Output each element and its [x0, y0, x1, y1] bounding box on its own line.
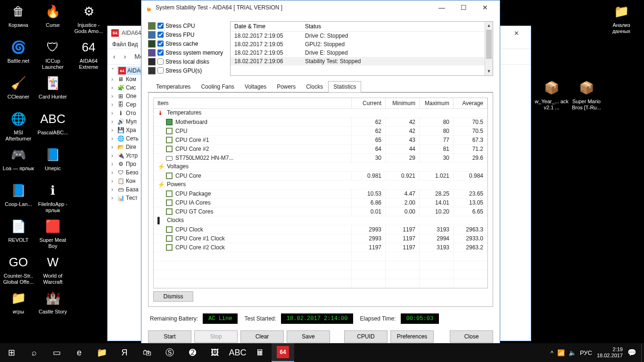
desktop-icon[interactable]: 🌐MSI Afterburner: [1, 109, 35, 142]
taskbar-app[interactable]: ▭: [45, 343, 68, 362]
taskbar-app[interactable]: 64: [272, 343, 294, 362]
stats-row[interactable]: CPU GT Cores0.010.0010.206.65: [154, 207, 487, 216]
taskbar-app[interactable]: 📁: [91, 343, 113, 362]
stats-group[interactable]: 🌡Temperatures: [154, 109, 487, 118]
desktop-icon[interactable]: 🎮Loa — ярлык: [1, 145, 35, 172]
stats-header[interactable]: Current: [352, 98, 386, 109]
stress-option[interactable]: Stress cache: [148, 39, 226, 48]
tab-clocks[interactable]: Clocks: [301, 81, 328, 92]
log-row[interactable]: 18.02.2017 2:19:05Drive C: Stopped: [231, 32, 493, 41]
taskbar-app[interactable]: e: [68, 343, 91, 362]
stress-option[interactable]: Stress CPU: [148, 21, 226, 30]
taskbar-app[interactable]: 🛍: [136, 343, 158, 362]
show-desktop-button[interactable]: [641, 343, 644, 362]
stats-row[interactable]: ST750LM022 HN-M7...30293029.6: [154, 154, 487, 163]
stats-group[interactable]: ⚡Powers: [154, 181, 487, 189]
stats-row[interactable]: CPU IA Cores6.862.0014.0113.05: [154, 198, 487, 207]
bg-toolbar-button[interactable]: ›: [121, 51, 129, 62]
taskbar-app[interactable]: ➋: [181, 343, 204, 362]
tray-icon[interactable]: ^: [551, 349, 553, 356]
cpuid-button[interactable]: CPUID: [344, 330, 388, 343]
desktop-icon[interactable]: 🟥Super Meat Boy: [36, 217, 70, 249]
log-header[interactable]: Status: [301, 22, 493, 32]
stats-row[interactable]: CPU Package10.534.4728.2523.65: [154, 189, 487, 198]
desktop-icon[interactable]: GOCounter-Str.. Global Offe...: [1, 253, 35, 285]
tab-cooling-fans[interactable]: Cooling Fans: [196, 81, 239, 92]
taskbar-app[interactable]: ⊞: [0, 343, 23, 362]
log-scrollbar[interactable]: ▲ ▼: [485, 22, 493, 75]
taskbar[interactable]: ⊞⌕▭e📁Я🛍Ⓢ➋🖼ABC🖩64 ^📶🔈РУС 2:19 18.02.2017 …: [0, 343, 644, 362]
stats-header[interactable]: Average: [454, 98, 487, 109]
taskbar-app[interactable]: Я: [113, 343, 136, 362]
desktop-icon[interactable]: 📁Анализ данных: [604, 2, 638, 34]
desktop-icon[interactable]: 🛡ICCup Launcher: [36, 38, 70, 70]
log-row[interactable]: 18.02.2017 2:19:06Stability Test: Stoppe…: [231, 57, 493, 66]
tray-icon[interactable]: 🔈: [569, 349, 576, 356]
desktop-icon[interactable]: 🃏Card Hunter: [36, 74, 70, 100]
stress-checkbox[interactable]: [157, 49, 164, 56]
tray-icon[interactable]: 📶: [557, 349, 565, 356]
bg-toolbar-button[interactable]: ‹: [110, 51, 118, 62]
stats-header[interactable]: Item: [154, 98, 352, 109]
notifications-icon[interactable]: 💬: [627, 348, 636, 357]
bg-close-button[interactable]: ✕: [505, 26, 527, 40]
taskbar-app[interactable]: Ⓢ: [158, 343, 181, 362]
taskbar-clock[interactable]: 2:19 18.02.2017: [597, 346, 623, 359]
stats-group[interactable]: ▌Clocks: [154, 216, 487, 225]
stats-header[interactable]: Minimum: [386, 98, 420, 109]
stats-row[interactable]: CPU Clock2993119731932963.3: [154, 225, 487, 234]
stress-option[interactable]: Stress system memory: [148, 48, 226, 57]
log-header[interactable]: Date & Time: [231, 22, 301, 32]
stress-checkbox[interactable]: [157, 58, 164, 65]
stats-row[interactable]: CPU Core0.9810.9211.0210.984: [154, 172, 487, 181]
tab-powers[interactable]: Powers: [272, 81, 301, 92]
stress-checkbox[interactable]: [157, 67, 164, 74]
statistics-grid[interactable]: ItemCurrentMinimumMaximumAverage🌡Tempera…: [153, 98, 488, 288]
stress-option[interactable]: Stress GPU(s): [148, 66, 226, 75]
preferences-button[interactable]: Preferences: [390, 330, 434, 343]
taskbar-app[interactable]: ABC: [226, 343, 249, 362]
stress-option[interactable]: Stress local disks: [148, 57, 226, 66]
stats-header[interactable]: Maximum: [420, 98, 454, 109]
scroll-up-icon[interactable]: ▲: [485, 22, 493, 30]
stress-checkbox[interactable]: [157, 23, 164, 29]
desktop-icon[interactable]: 🔥Curse: [36, 2, 70, 28]
desktop-icon[interactable]: 🧹CCleaner: [1, 74, 35, 100]
sst-minimize-button[interactable]: —: [431, 0, 453, 15]
desktop-icon[interactable]: 📄REVOLT: [1, 217, 35, 243]
sst-titlebar[interactable]: System Stability Test - AIDA64 [ TRIAL V…: [141, 0, 500, 15]
stress-checkbox[interactable]: [157, 32, 164, 38]
stats-row[interactable]: CPU Core #165437767.3: [154, 136, 487, 145]
desktop-icon[interactable]: 64AIDA64 Extreme: [72, 38, 106, 70]
taskbar-app[interactable]: 🖼: [204, 343, 226, 362]
desktop-icon[interactable]: ℹFileInfoApp - ярлык: [36, 181, 70, 214]
desktop-icon[interactable]: 🌀Battle.net: [1, 38, 35, 64]
tab-temperatures[interactable]: Temperatures: [151, 81, 196, 92]
desktop-icon[interactable]: 📘Unepic: [36, 145, 70, 172]
stats-row[interactable]: CPU Core #1 Clock2993119729942933.0: [154, 234, 487, 243]
dismiss-button[interactable]: Dismiss: [153, 291, 193, 302]
taskbar-app[interactable]: ⌕: [23, 343, 45, 362]
taskbar-app[interactable]: 🖩: [249, 343, 272, 362]
desktop-icon[interactable]: 🏰Castle Story: [36, 288, 70, 315]
scroll-thumb[interactable]: [486, 30, 492, 59]
tab-voltages[interactable]: Voltages: [239, 81, 272, 92]
desktop-icon[interactable]: WWorld of Warcraft: [36, 253, 70, 285]
stats-row[interactable]: CPU62428070.5: [154, 127, 487, 136]
start-button[interactable]: Start: [148, 330, 191, 343]
stats-row[interactable]: Motherboard62428070.5: [154, 118, 487, 127]
clear-button[interactable]: Clear: [240, 330, 284, 343]
scroll-down-icon[interactable]: ▼: [485, 67, 493, 75]
desktop-icon[interactable]: 🗑Корзина: [1, 2, 35, 28]
tray-icon[interactable]: РУС: [580, 349, 592, 356]
close-button[interactable]: Close: [450, 330, 493, 343]
stats-row[interactable]: CPU Core #2 Clock1197119731932963.2: [154, 243, 487, 252]
desktop-icon[interactable]: 📦w_Year_... ack v2.1 ...: [535, 78, 569, 111]
desktop-icon[interactable]: 📦Super Mario Bros [T-Ru...: [570, 78, 603, 111]
save-button[interactable]: Save: [287, 330, 330, 343]
stress-checkbox[interactable]: [157, 41, 164, 47]
desktop-icon[interactable]: ABCPascalABC...: [36, 109, 70, 136]
log-row[interactable]: 18.02.2017 2:19:05GPU2: Stopped: [231, 40, 493, 49]
stats-group[interactable]: ⚡Voltages: [154, 163, 487, 172]
sst-close-button[interactable]: ✕: [474, 0, 496, 15]
